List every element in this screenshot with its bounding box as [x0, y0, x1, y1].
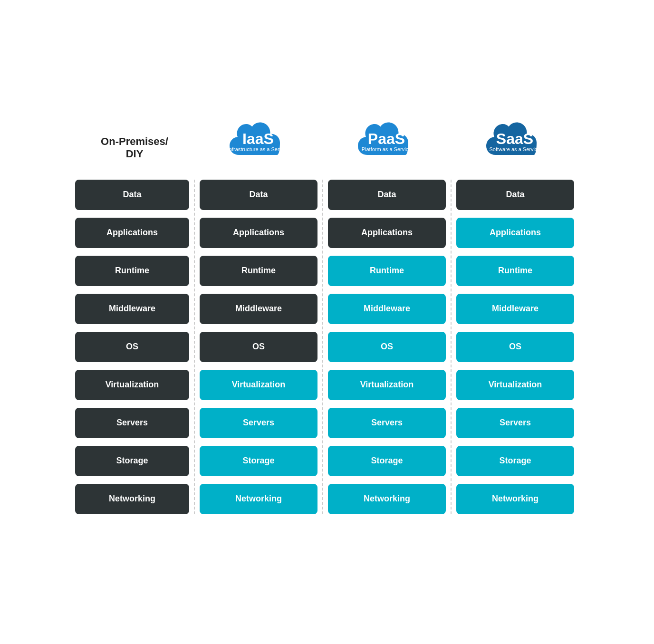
cell-paas-storage: Storage	[328, 446, 446, 476]
cell-iaas-storage: Storage	[200, 446, 317, 476]
paas-subtitle: Platform as a Service	[362, 146, 412, 153]
cell-paas-middleware: Middleware	[328, 294, 446, 324]
iaas-cloud: IaaS Infrastructure as a Service	[225, 121, 291, 163]
header-row: On-Premises/ DIY IaaS Infrastructure as …	[75, 121, 579, 165]
col-header-paas: PaaS Platform as a Service	[322, 121, 451, 165]
cell-iaas-data: Data	[200, 180, 317, 210]
cell-iaas-servers: Servers	[200, 408, 317, 438]
cell-saas-middleware: Middleware	[456, 294, 574, 324]
cell-saas-applications: Applications	[456, 218, 574, 248]
cell-saas-data: Data	[456, 180, 574, 210]
cell-iaas-virtualization: Virtualization	[200, 370, 317, 400]
cell-paas-runtime: Runtime	[328, 256, 446, 286]
cell-saas-servers: Servers	[456, 408, 574, 438]
saas-title: SaaS	[490, 131, 540, 146]
grid: DataApplicationsRuntimeMiddlewareOSVirtu…	[75, 180, 579, 514]
paas-title: PaaS	[362, 131, 412, 146]
cell-iaas-runtime: Runtime	[200, 256, 317, 286]
cell-paas-virtualization: Virtualization	[328, 370, 446, 400]
cell-paas-networking: Networking	[328, 484, 446, 514]
cell-onprem-os: OS	[75, 332, 189, 362]
cell-iaas-applications: Applications	[200, 218, 317, 248]
cell-onprem-servers: Servers	[75, 408, 189, 438]
col-header-onprem: On-Premises/ DIY	[75, 135, 194, 165]
cell-paas-os: OS	[328, 332, 446, 362]
col-header-saas: SaaS Software as a Service	[451, 121, 579, 165]
saas-cloud: SaaS Software as a Service	[481, 121, 548, 163]
cell-onprem-middleware: Middleware	[75, 294, 189, 324]
cell-iaas-os: OS	[200, 332, 317, 362]
cell-onprem-virtualization: Virtualization	[75, 370, 189, 400]
cell-paas-data: Data	[328, 180, 446, 210]
cell-iaas-middleware: Middleware	[200, 294, 317, 324]
cell-paas-servers: Servers	[328, 408, 446, 438]
col-header-iaas: IaaS Infrastructure as a Service	[194, 121, 322, 165]
diagram: On-Premises/ DIY IaaS Infrastructure as …	[66, 102, 588, 543]
col-onprem: DataApplicationsRuntimeMiddlewareOSVirtu…	[75, 180, 194, 514]
cell-saas-virtualization: Virtualization	[456, 370, 574, 400]
cell-onprem-applications: Applications	[75, 218, 189, 248]
onprem-label: On-Premises/ DIY	[101, 135, 168, 161]
cell-saas-os: OS	[456, 332, 574, 362]
paas-cloud: PaaS Platform as a Service	[353, 121, 420, 163]
col-paas: DataApplicationsRuntimeMiddlewareOSVirtu…	[322, 180, 451, 514]
cell-onprem-storage: Storage	[75, 446, 189, 476]
iaas-title: IaaS	[228, 131, 289, 146]
cell-saas-networking: Networking	[456, 484, 574, 514]
saas-subtitle: Software as a Service	[490, 146, 540, 153]
cell-paas-applications: Applications	[328, 218, 446, 248]
cell-iaas-networking: Networking	[200, 484, 317, 514]
iaas-subtitle: Infrastructure as a Service	[228, 146, 289, 153]
cell-saas-storage: Storage	[456, 446, 574, 476]
col-iaas: DataApplicationsRuntimeMiddlewareOSVirtu…	[194, 180, 322, 514]
cell-onprem-runtime: Runtime	[75, 256, 189, 286]
cell-saas-runtime: Runtime	[456, 256, 574, 286]
cell-onprem-networking: Networking	[75, 484, 189, 514]
col-saas: DataApplicationsRuntimeMiddlewareOSVirtu…	[451, 180, 579, 514]
cell-onprem-data: Data	[75, 180, 189, 210]
